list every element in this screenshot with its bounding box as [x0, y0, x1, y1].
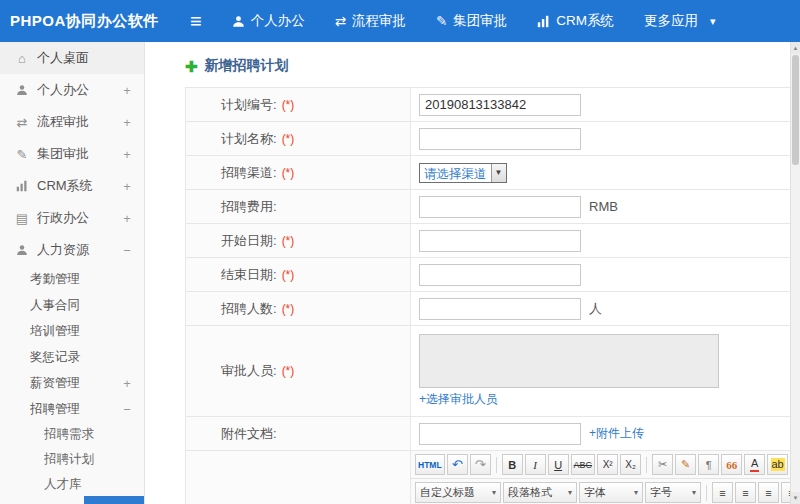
select-arrow-icon: ▼ — [491, 164, 506, 182]
sidebar-item-admin-office[interactable]: ▤ 行政办公 + — [0, 202, 144, 234]
field-label: 招聘费用: — [186, 190, 411, 223]
sidebar-item-talent-pool[interactable]: 人才库 — [0, 472, 144, 497]
form-row-start-date: 开始日期: (*) — [186, 224, 790, 258]
highlight-color-button[interactable]: ab — [767, 454, 788, 475]
align-justify-button[interactable]: ≡ — [781, 482, 790, 503]
sidebar-item-attendance[interactable]: 考勤管理 — [0, 266, 144, 292]
expand-icon[interactable]: + — [122, 147, 132, 162]
sidebar-item-crm[interactable]: CRM系统 + — [0, 170, 144, 202]
app-logo: PHPOA协同办公软件 — [0, 12, 190, 31]
sidebar-item-group-approval[interactable]: ✎ 集团审批 + — [0, 138, 144, 170]
collapse-icon[interactable]: − — [122, 402, 132, 417]
font-size-select[interactable]: 字号 ▾ — [645, 482, 701, 503]
align-center-button[interactable]: ≡ — [735, 482, 756, 503]
sidebar-item-training[interactable]: 培训管理 — [0, 318, 144, 344]
field-label: 结束日期: (*) — [186, 258, 411, 291]
sidebar-item-desktop[interactable]: ⌂ 个人桌面 — [0, 42, 144, 74]
approver-textarea[interactable] — [419, 334, 719, 388]
page-scrollbar[interactable]: ▲ ▼ — [790, 42, 800, 504]
expand-icon[interactable]: + — [122, 83, 132, 98]
attachment-upload-link[interactable]: +附件上传 — [589, 425, 644, 442]
nav-crm-system[interactable]: CRM系统 — [537, 12, 614, 30]
redo-button[interactable]: ↷ — [470, 454, 491, 475]
fee-input[interactable] — [419, 196, 581, 218]
align-right-button[interactable]: ≡ — [758, 482, 779, 503]
expand-icon[interactable]: + — [122, 211, 132, 226]
expand-icon[interactable]: + — [122, 179, 132, 194]
html-source-button[interactable]: HTML — [415, 454, 445, 475]
field-label: 附件文档: — [186, 417, 411, 450]
cut-button[interactable]: ✂ — [652, 454, 673, 475]
chart-icon — [14, 180, 30, 192]
align-left-button[interactable]: ≡ — [712, 482, 733, 503]
expand-icon[interactable]: + — [122, 376, 132, 391]
field-label-empty — [186, 451, 411, 504]
form-row-headcount: 招聘人数: (*) 人 — [186, 292, 790, 326]
main-content: ✚ 新增招聘计划 计划编号: (*) 计划名称: (*) — [145, 42, 790, 504]
sidebar-item-hr[interactable]: 人力资源 − — [0, 234, 144, 266]
required-mark: (*) — [282, 302, 295, 316]
scroll-up-icon[interactable]: ▲ — [791, 42, 800, 54]
superscript-button[interactable]: X² — [597, 454, 618, 475]
expand-icon[interactable]: + — [122, 115, 132, 130]
headcount-input[interactable] — [419, 298, 581, 320]
start-date-input[interactable] — [419, 230, 581, 252]
form-row-fee: 招聘费用: RMB — [186, 190, 790, 224]
font-color-button[interactable]: A — [744, 454, 765, 475]
plan-name-input[interactable] — [419, 128, 581, 150]
channel-select[interactable]: 请选择渠道 ▼ — [419, 163, 507, 183]
sidebar-item-process-approval[interactable]: ⇄ 流程审批 + — [0, 106, 144, 138]
attachment-input[interactable] — [419, 423, 581, 445]
sidebar-item-recruit-plan[interactable]: 招聘计划 — [0, 447, 144, 472]
collapse-icon[interactable]: − — [122, 243, 132, 258]
sidebar-item-salary[interactable]: 薪资管理 + — [0, 370, 144, 396]
bold-button[interactable]: B — [502, 454, 523, 475]
sidebar-item-recruit-mgmt[interactable]: 招聘管理 − — [0, 396, 144, 422]
form-row-end-date: 结束日期: (*) — [186, 258, 790, 292]
select-approver-link[interactable]: +选择审批人员 — [419, 391, 498, 408]
fee-unit: RMB — [589, 199, 618, 214]
chevron-down-icon: ▾ — [634, 488, 638, 497]
top-navigation: 个人办公 ⇄ 流程审批 ✎ 集团审批 CRM系统 更多应用 ▾ — [232, 12, 716, 30]
sidebar-item-recruit-needs[interactable]: 招聘需求 — [0, 422, 144, 447]
hover-highlight-bar — [84, 496, 145, 504]
nav-group-approval[interactable]: ✎ 集团审批 — [436, 12, 507, 30]
nav-more-apps[interactable]: 更多应用 ▾ — [644, 12, 716, 30]
font-family-select[interactable]: 字体 ▾ — [579, 482, 643, 503]
sidebar-item-hr-contract[interactable]: 人事合同 — [0, 292, 144, 318]
blockquote-button[interactable]: 66 — [721, 454, 742, 475]
chevron-down-icon: ▾ — [710, 15, 716, 28]
subscript-button[interactable]: X₂ — [620, 454, 641, 475]
nav-label: 集团审批 — [453, 12, 507, 30]
scroll-down-icon[interactable]: ▼ — [791, 492, 800, 504]
sidebar-item-personal-office[interactable]: 个人办公 + — [0, 74, 144, 106]
field-label: 招聘人数: (*) — [186, 292, 411, 325]
paragraph-mark-button[interactable]: ¶ — [698, 454, 719, 475]
add-plus-icon: ✚ — [185, 59, 198, 74]
custom-title-select[interactable]: 自定义标题 ▾ — [415, 482, 501, 503]
paragraph-format-select[interactable]: 段落格式 ▾ — [503, 482, 577, 503]
italic-button[interactable]: I — [525, 454, 546, 475]
pen-button[interactable]: ✎ — [675, 454, 696, 475]
required-mark: (*) — [282, 132, 295, 146]
nav-process-approval[interactable]: ⇄ 流程审批 — [335, 12, 406, 30]
underline-button[interactable]: U — [548, 454, 569, 475]
form-row-attachment: 附件文档: +附件上传 — [186, 417, 790, 451]
edit-icon: ✎ — [436, 13, 447, 29]
people-icon — [14, 244, 30, 256]
edit-icon: ✎ — [14, 147, 30, 162]
scrollbar-thumb[interactable] — [792, 55, 799, 165]
required-mark: (*) — [282, 234, 295, 248]
end-date-input[interactable] — [419, 264, 581, 286]
toolbar-separator — [706, 485, 707, 501]
required-mark: (*) — [282, 166, 295, 180]
undo-button[interactable]: ↶ — [447, 454, 468, 475]
plan-no-input[interactable] — [419, 94, 581, 116]
menu-icon[interactable]: ≡ — [190, 11, 202, 31]
nav-personal-office[interactable]: 个人办公 — [232, 12, 305, 30]
strikethrough-button[interactable]: ABC — [571, 454, 596, 475]
nav-label: CRM系统 — [556, 12, 614, 30]
sidebar-item-rewards[interactable]: 奖惩记录 — [0, 344, 144, 370]
page-title-text: 新增招聘计划 — [205, 57, 289, 75]
chevron-down-icon: ▾ — [692, 488, 696, 497]
